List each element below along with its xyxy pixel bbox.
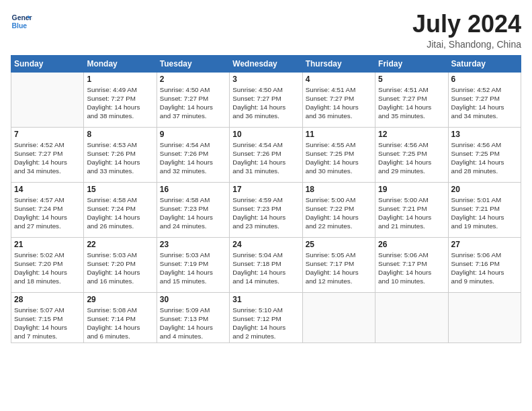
cell-info: Sunrise: 4:56 AMSunset: 7:25 PMDaylight:… xyxy=(451,140,518,176)
day-number: 29 xyxy=(87,295,153,304)
cell-info: Sunrise: 5:08 AMSunset: 7:14 PMDaylight:… xyxy=(87,306,153,341)
day-number: 24 xyxy=(232,240,299,249)
weekday-header-wednesday: Wednesday xyxy=(230,55,302,72)
day-number: 1 xyxy=(87,75,153,84)
calendar-cell xyxy=(302,292,375,343)
cell-info: Sunrise: 4:51 AMSunset: 7:27 PMDaylight:… xyxy=(378,85,445,121)
weekday-header-tuesday: Tuesday xyxy=(157,55,229,72)
cell-info: Sunrise: 4:50 AMSunset: 7:27 PMDaylight:… xyxy=(160,85,226,121)
cell-info: Sunrise: 5:01 AMSunset: 7:21 PMDaylight:… xyxy=(451,195,518,231)
day-number: 27 xyxy=(451,240,518,249)
calendar-cell: 26Sunrise: 5:06 AMSunset: 7:17 PMDayligh… xyxy=(375,237,448,292)
cell-info: Sunrise: 4:58 AMSunset: 7:23 PMDaylight:… xyxy=(160,195,226,231)
day-number: 2 xyxy=(160,75,226,84)
cell-info: Sunrise: 4:54 AMSunset: 7:26 PMDaylight:… xyxy=(160,140,226,176)
weekday-header-row: SundayMondayTuesdayWednesdayThursdayFrid… xyxy=(11,55,521,72)
day-number: 21 xyxy=(14,240,81,249)
day-number: 20 xyxy=(451,185,518,194)
calendar-cell: 18Sunrise: 5:00 AMSunset: 7:22 PMDayligh… xyxy=(302,182,375,237)
calendar-cell: 27Sunrise: 5:06 AMSunset: 7:16 PMDayligh… xyxy=(448,237,521,292)
day-number: 16 xyxy=(160,185,226,194)
calendar-cell: 28Sunrise: 5:07 AMSunset: 7:15 PMDayligh… xyxy=(11,292,84,343)
calendar-cell: 9Sunrise: 4:54 AMSunset: 7:26 PMDaylight… xyxy=(157,127,229,182)
cell-info: Sunrise: 5:04 AMSunset: 7:18 PMDaylight:… xyxy=(232,250,299,286)
calendar-cell: 24Sunrise: 5:04 AMSunset: 7:18 PMDayligh… xyxy=(230,237,302,292)
cell-info: Sunrise: 4:59 AMSunset: 7:23 PMDaylight:… xyxy=(232,195,299,231)
calendar-cell: 29Sunrise: 5:08 AMSunset: 7:14 PMDayligh… xyxy=(84,292,157,343)
cell-info: Sunrise: 4:52 AMSunset: 7:27 PMDaylight:… xyxy=(14,140,81,176)
cell-info: Sunrise: 5:10 AMSunset: 7:12 PMDaylight:… xyxy=(232,306,299,341)
cell-info: Sunrise: 4:53 AMSunset: 7:26 PMDaylight:… xyxy=(87,140,153,176)
calendar-cell: 7Sunrise: 4:52 AMSunset: 7:27 PMDaylight… xyxy=(11,127,84,182)
day-number: 22 xyxy=(87,240,153,249)
cell-info: Sunrise: 4:52 AMSunset: 7:27 PMDaylight:… xyxy=(451,85,518,121)
header: General Blue July 2024 Jitai, Shandong, … xyxy=(11,11,521,50)
day-number: 10 xyxy=(232,130,299,139)
week-row-1: 1Sunrise: 4:49 AMSunset: 7:27 PMDaylight… xyxy=(11,72,521,127)
week-row-4: 21Sunrise: 5:02 AMSunset: 7:20 PMDayligh… xyxy=(11,237,521,292)
weekday-header-sunday: Sunday xyxy=(11,55,84,72)
day-number: 9 xyxy=(160,130,226,139)
logo-icon: General Blue xyxy=(11,11,32,32)
calendar-cell: 20Sunrise: 5:01 AMSunset: 7:21 PMDayligh… xyxy=(448,182,521,237)
calendar-cell: 22Sunrise: 5:03 AMSunset: 7:20 PMDayligh… xyxy=(84,237,157,292)
day-number: 30 xyxy=(160,295,226,304)
day-number: 31 xyxy=(232,295,299,304)
day-number: 15 xyxy=(87,185,153,194)
cell-info: Sunrise: 5:06 AMSunset: 7:16 PMDaylight:… xyxy=(451,250,518,286)
calendar-cell: 30Sunrise: 5:09 AMSunset: 7:13 PMDayligh… xyxy=(157,292,229,343)
day-number: 6 xyxy=(451,75,518,84)
cell-info: Sunrise: 4:50 AMSunset: 7:27 PMDaylight:… xyxy=(232,85,299,121)
cell-info: Sunrise: 4:55 AMSunset: 7:25 PMDaylight:… xyxy=(306,140,372,176)
cell-info: Sunrise: 5:07 AMSunset: 7:15 PMDaylight:… xyxy=(14,306,81,341)
day-number: 18 xyxy=(306,185,372,194)
page-container: General Blue July 2024 Jitai, Shandong, … xyxy=(0,0,532,411)
calendar-cell: 13Sunrise: 4:56 AMSunset: 7:25 PMDayligh… xyxy=(448,127,521,182)
day-number: 12 xyxy=(378,130,445,139)
day-number: 3 xyxy=(232,75,299,84)
cell-info: Sunrise: 4:56 AMSunset: 7:25 PMDaylight:… xyxy=(378,140,445,176)
calendar-cell: 3Sunrise: 4:50 AMSunset: 7:27 PMDaylight… xyxy=(230,72,302,127)
cell-info: Sunrise: 4:54 AMSunset: 7:26 PMDaylight:… xyxy=(232,140,299,176)
day-number: 17 xyxy=(232,185,299,194)
day-number: 13 xyxy=(451,130,518,139)
day-number: 4 xyxy=(306,75,372,84)
calendar-cell: 17Sunrise: 4:59 AMSunset: 7:23 PMDayligh… xyxy=(230,182,302,237)
day-number: 5 xyxy=(378,75,445,84)
week-row-3: 14Sunrise: 4:57 AMSunset: 7:24 PMDayligh… xyxy=(11,182,521,237)
logo: General Blue xyxy=(11,11,32,32)
weekday-header-friday: Friday xyxy=(375,55,448,72)
calendar-cell: 12Sunrise: 4:56 AMSunset: 7:25 PMDayligh… xyxy=(375,127,448,182)
day-number: 19 xyxy=(378,185,445,194)
cell-info: Sunrise: 5:09 AMSunset: 7:13 PMDaylight:… xyxy=(160,306,226,341)
cell-info: Sunrise: 4:57 AMSunset: 7:24 PMDaylight:… xyxy=(14,195,81,231)
weekday-header-thursday: Thursday xyxy=(302,55,375,72)
calendar-cell: 11Sunrise: 4:55 AMSunset: 7:25 PMDayligh… xyxy=(302,127,375,182)
weekday-header-monday: Monday xyxy=(84,55,157,72)
calendar-cell: 10Sunrise: 4:54 AMSunset: 7:26 PMDayligh… xyxy=(230,127,302,182)
day-number: 7 xyxy=(14,130,81,139)
day-number: 14 xyxy=(14,185,81,194)
calendar-cell: 16Sunrise: 4:58 AMSunset: 7:23 PMDayligh… xyxy=(157,182,229,237)
calendar-cell: 19Sunrise: 5:00 AMSunset: 7:21 PMDayligh… xyxy=(375,182,448,237)
month-title: July 2024 xyxy=(412,11,521,38)
day-number: 26 xyxy=(378,240,445,249)
week-row-5: 28Sunrise: 5:07 AMSunset: 7:15 PMDayligh… xyxy=(11,292,521,343)
calendar-cell xyxy=(448,292,521,343)
calendar-cell: 8Sunrise: 4:53 AMSunset: 7:26 PMDaylight… xyxy=(84,127,157,182)
cell-info: Sunrise: 5:06 AMSunset: 7:17 PMDaylight:… xyxy=(378,250,445,286)
calendar-cell: 5Sunrise: 4:51 AMSunset: 7:27 PMDaylight… xyxy=(375,72,448,127)
calendar-cell: 2Sunrise: 4:50 AMSunset: 7:27 PMDaylight… xyxy=(157,72,229,127)
cell-info: Sunrise: 5:03 AMSunset: 7:20 PMDaylight:… xyxy=(87,250,153,286)
cell-info: Sunrise: 5:02 AMSunset: 7:20 PMDaylight:… xyxy=(14,250,81,286)
cell-info: Sunrise: 5:05 AMSunset: 7:17 PMDaylight:… xyxy=(306,250,372,286)
calendar-cell: 23Sunrise: 5:03 AMSunset: 7:19 PMDayligh… xyxy=(157,237,229,292)
cell-info: Sunrise: 5:00 AMSunset: 7:21 PMDaylight:… xyxy=(378,195,445,231)
location: Jitai, Shandong, China xyxy=(412,39,521,50)
calendar-cell: 14Sunrise: 4:57 AMSunset: 7:24 PMDayligh… xyxy=(11,182,84,237)
calendar-cell: 21Sunrise: 5:02 AMSunset: 7:20 PMDayligh… xyxy=(11,237,84,292)
cell-info: Sunrise: 4:49 AMSunset: 7:27 PMDaylight:… xyxy=(87,85,153,121)
calendar-cell xyxy=(11,72,84,127)
svg-text:Blue: Blue xyxy=(12,22,28,30)
calendar-cell xyxy=(375,292,448,343)
